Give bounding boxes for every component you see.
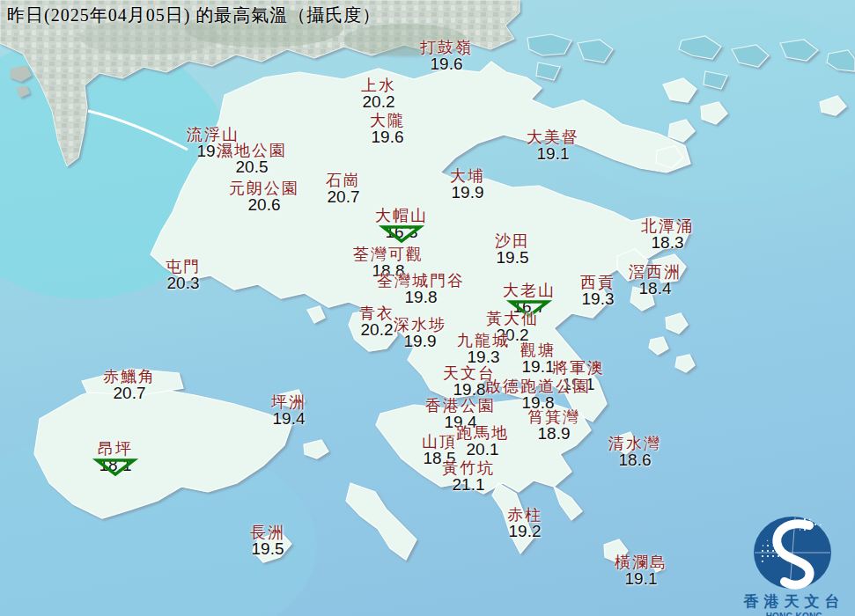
station-name-label: 上水 [361, 77, 396, 93]
station-value-text: 19.5 [497, 248, 529, 267]
station-name-label: 大帽山 [375, 208, 428, 224]
station-name-label: 黃竹坑 [442, 460, 495, 476]
station-name-label: 西貢 [580, 275, 615, 290]
green-triangle-marker-icon [380, 224, 423, 244]
logo-chinese-label: 香港天文台 [736, 591, 852, 612]
station: 筲箕灣 18.9 [527, 409, 580, 443]
station: 清水灣 18.6 [608, 436, 661, 469]
station-value-text: 19.9 [452, 183, 484, 202]
station-value-text: 18.9 [538, 424, 571, 443]
station-value-text: 20.2 [361, 320, 394, 339]
station-value-text: 19.2 [509, 522, 542, 540]
station-name-label: 流浮山 [187, 127, 240, 143]
station-name-label: 屯門 [166, 259, 201, 275]
station-value: 18.1 [100, 457, 132, 473]
station-name-label: 黃大仙 [486, 311, 539, 326]
station-value-text: 19.6 [372, 128, 404, 146]
station-value: 19.2 [509, 523, 542, 539]
station-value-text: 20.7 [114, 384, 146, 402]
station-value-text: 20.5 [236, 158, 269, 176]
station: 北潭涌 18.3 [641, 218, 694, 252]
station-value: 19.6 [372, 128, 404, 145]
station: 長洲 19.5 [250, 524, 285, 558]
station-value: 19.5 [252, 540, 284, 557]
station-name-label: 坪洲 [271, 394, 306, 410]
station: 滘西洲 18.4 [629, 264, 682, 297]
station-value-text: 20.1 [467, 440, 499, 458]
station-value: 19.1 [522, 358, 555, 375]
station-value: 19.3 [582, 290, 615, 307]
station-value-text: 19.1 [625, 569, 658, 588]
station: 跑馬地 20.1 [456, 425, 509, 458]
station-name-label: 濕地公園 [217, 143, 287, 158]
station: 石崗 20.7 [326, 172, 361, 206]
station: 昂坪 18.1 [98, 441, 133, 474]
station: 青衣 20.2 [359, 305, 394, 339]
station-name-label: 北潭涌 [641, 218, 694, 234]
station-name-label: 青衣 [359, 305, 394, 321]
station-name-label: 滘西洲 [629, 264, 682, 280]
station-value-text: 19.3 [582, 290, 615, 308]
station: 黃竹坑 21.1 [442, 460, 495, 494]
station-value-text: 20.3 [167, 274, 200, 292]
station-name-label: 觀塘 [520, 342, 556, 358]
station-value-text: 20.6 [248, 195, 281, 214]
station-value-text: 18.6 [619, 451, 652, 469]
station-name-label: 昂坪 [98, 441, 133, 457]
station-name-label: 大美督 [527, 129, 579, 145]
weather-map: 昨日(2025年04月05日) 的最高氣溫（攝氏度） 打鼓嶺 19.6 上水 2… [0, 0, 855, 616]
station: 西貢 19.3 [580, 275, 615, 308]
station-value: 18.3 [652, 234, 684, 251]
station-value: 19.8 [405, 289, 438, 305]
station-value-text: 18.4 [639, 279, 672, 297]
station-value-text: 19.1 [537, 144, 570, 163]
station-name-label: 香港公園 [425, 398, 496, 414]
station-name-label: 筲箕灣 [527, 409, 580, 425]
station-value: 19.5 [497, 249, 529, 266]
station: 大帽山 16.3 [375, 208, 428, 241]
station: 大美督 19.1 [527, 129, 579, 163]
station-value: 20.5 [236, 158, 269, 175]
station-value: 21.1 [453, 476, 485, 493]
station-name-label: 赤鱲角 [103, 369, 156, 385]
station-value-text: 18.3 [652, 233, 684, 252]
station-value-text: 19.5 [252, 539, 284, 558]
station-value: 19.6 [431, 55, 463, 72]
station-name-label: 大老山 [503, 282, 556, 298]
station: 元朗公園 20.6 [229, 180, 299, 214]
station: 橫瀾島 19.1 [615, 554, 667, 588]
station: 赤鱲角 20.7 [103, 369, 156, 402]
station-name-label: 打鼓嶺 [420, 40, 473, 55]
station-name-label: 清水灣 [608, 436, 661, 451]
station-value: 20.3 [167, 275, 200, 291]
station-value: 19.4 [273, 410, 306, 427]
station-value-text: 20.2 [363, 92, 395, 111]
station-name-label: 荃灣城門谷 [377, 273, 465, 289]
station: 九龍城 19.3 [457, 333, 510, 366]
station-value: 20.7 [328, 188, 360, 205]
station-value: 19.9 [452, 184, 484, 201]
station-name-label: 荃灣可觀 [353, 246, 424, 262]
station: 屯門 20.3 [166, 259, 201, 292]
station-value: 19.9 [404, 333, 437, 349]
station-value: 19.1 [625, 570, 658, 587]
station: 沙田 19.5 [495, 233, 530, 267]
station: 深水埗 19.9 [394, 317, 446, 350]
station-name-label: 跑馬地 [456, 425, 509, 441]
station-value: 18.9 [538, 425, 571, 442]
station-value: 20.1 [467, 441, 499, 458]
station-value-text: 19.8 [405, 288, 438, 306]
station-value-text: 19.6 [431, 55, 463, 73]
station-name-label: 赤柱 [507, 507, 542, 523]
station: 赤柱 19.2 [507, 507, 542, 540]
station-name-label: 深水埗 [394, 317, 446, 333]
station: 坪洲 19.4 [271, 394, 306, 428]
station-value: 19.1 [537, 145, 570, 162]
station: 濕地公園 20.5 [217, 143, 287, 176]
station-name-label: 九龍城 [457, 333, 510, 348]
station-name-label: 橫瀾島 [615, 554, 667, 570]
station-value: 20.7 [114, 385, 146, 401]
station-value: 18.6 [619, 451, 652, 468]
stations-layer: 打鼓嶺 19.6 上水 20.2 大隴 19.6 流浮山 19.7 濕地公園 2… [0, 0, 855, 616]
station: 觀塘 19.1 [520, 342, 556, 376]
